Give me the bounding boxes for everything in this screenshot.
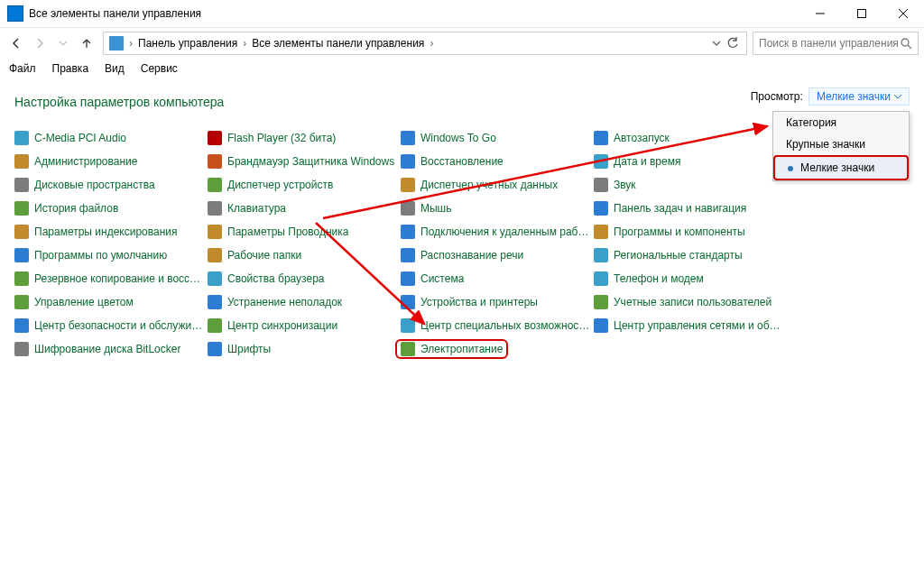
- cp-item-label[interactable]: Клавиатура: [227, 202, 286, 215]
- cp-item-c28[interactable]: Телефон и модем: [594, 270, 783, 288]
- cp-item-c16[interactable]: Панель задач и навигация: [594, 199, 783, 217]
- cp-item-label[interactable]: Диспетчер учетных данных: [420, 179, 558, 191]
- menu-file[interactable]: Файл: [9, 62, 36, 75]
- cp-item-c8[interactable]: Дата и время: [594, 152, 783, 170]
- cp-item-c14[interactable]: Клавиатура: [208, 199, 397, 217]
- cp-item-label[interactable]: Подключения к удаленным рабоч...: [420, 225, 590, 238]
- cp-item-c35[interactable]: Центр специальных возможностей: [401, 317, 590, 335]
- cp-item-c31[interactable]: Устройства и принтеры: [401, 293, 590, 311]
- cp-item-label[interactable]: Диспетчер устройств: [227, 179, 333, 191]
- forward-button[interactable]: [29, 32, 51, 54]
- cp-item-label[interactable]: Автозапуск: [614, 132, 670, 144]
- close-button[interactable]: [882, 0, 924, 27]
- up-button[interactable]: [76, 32, 97, 54]
- chevron-down-icon[interactable]: [712, 39, 721, 48]
- cp-item-label[interactable]: Шифрование диска BitLocker: [34, 343, 180, 355]
- address-bar[interactable]: › Панель управления › Все элементы панел…: [103, 32, 747, 55]
- cp-item-label[interactable]: Брандмауэр Защитника Windows: [227, 155, 394, 168]
- cp-item-c32[interactable]: Учетные записи пользователей: [594, 293, 783, 311]
- cp-item-label[interactable]: Центр безопасности и обслуживан...: [34, 319, 204, 332]
- cp-item-label[interactable]: Параметры Проводника: [227, 225, 348, 238]
- chevron-right-icon[interactable]: ›: [428, 37, 435, 50]
- cp-item-c20[interactable]: Программы и компоненты: [594, 223, 783, 241]
- cp-item-label[interactable]: Резервное копирование и восстан...: [34, 272, 204, 285]
- cp-item-c10[interactable]: Диспетчер устройств: [208, 176, 397, 194]
- cp-item-c9[interactable]: Дисковые пространства: [14, 176, 204, 194]
- cp-item-c6[interactable]: Брандмауэр Защитника Windows: [208, 152, 397, 170]
- cp-item-c26[interactable]: Свойства браузера: [208, 270, 397, 288]
- search-input[interactable]: Поиск в панели управления: [753, 32, 919, 55]
- cp-item-c18[interactable]: Параметры Проводника: [208, 223, 397, 241]
- cp-item-label[interactable]: Устройства и принтеры: [420, 296, 538, 308]
- cp-item-label[interactable]: Учетные записи пользователей: [614, 296, 772, 308]
- dropdown-item-small[interactable]: Мелкие значки: [773, 155, 909, 180]
- cp-item-label[interactable]: Центр управления сетями и общи...: [614, 319, 783, 332]
- cp-item-c25[interactable]: Резервное копирование и восстан...: [14, 270, 204, 288]
- menu-edit[interactable]: Правка: [52, 62, 89, 75]
- back-button[interactable]: [5, 32, 27, 54]
- recent-dropdown[interactable]: [52, 32, 74, 54]
- breadcrumb-root[interactable]: Панель управления: [134, 37, 241, 50]
- cp-item-label[interactable]: Свойства браузера: [227, 272, 325, 285]
- cp-item-c24[interactable]: Региональные стандарты: [594, 246, 783, 264]
- cp-item-label[interactable]: Управление цветом: [34, 296, 134, 308]
- cp-item-c5[interactable]: Администрирование: [14, 152, 204, 170]
- cp-item-label[interactable]: Администрирование: [34, 155, 137, 168]
- cp-item-label[interactable]: Телефон и модем: [614, 272, 704, 285]
- cp-item-c27[interactable]: Система: [401, 270, 590, 288]
- search-icon[interactable]: [901, 38, 912, 50]
- cp-item-label[interactable]: Параметры индексирования: [34, 225, 177, 238]
- cp-item-label[interactable]: Звук: [614, 179, 636, 191]
- cp-item-c7[interactable]: Восстановление: [401, 152, 590, 170]
- cp-item-c3[interactable]: Windows To Go: [401, 129, 590, 147]
- cp-item-label[interactable]: Региональные стандарты: [614, 249, 743, 262]
- cp-item-c34[interactable]: Центр синхронизации: [208, 317, 397, 335]
- breadcrumb-current[interactable]: Все элементы панели управления: [248, 37, 428, 50]
- cp-item-c17[interactable]: Параметры индексирования: [14, 223, 204, 241]
- view-mode-dropdown[interactable]: Мелкие значки: [808, 87, 910, 106]
- cp-item-label[interactable]: C-Media PCI Audio: [34, 132, 126, 144]
- dropdown-item-category[interactable]: Категория: [773, 112, 909, 133]
- minimize-button[interactable]: [799, 0, 841, 27]
- cp-item-c15[interactable]: Мышь: [401, 199, 590, 217]
- cp-item-label[interactable]: Рабочие папки: [227, 249, 301, 262]
- cp-item-label[interactable]: Система: [420, 272, 464, 285]
- maximize-button[interactable]: [841, 0, 882, 27]
- cp-item-c21[interactable]: Программы по умолчанию: [14, 246, 204, 264]
- cp-item-c39[interactable]: Электропитание: [401, 340, 590, 358]
- cp-item-label[interactable]: Дата и время: [614, 155, 680, 168]
- cp-item-label[interactable]: Мышь: [420, 202, 452, 215]
- cp-item-label[interactable]: Центр специальных возможностей: [420, 319, 590, 332]
- cp-item-c29[interactable]: Управление цветом: [14, 293, 204, 311]
- dropdown-item-large[interactable]: Крупные значки: [773, 133, 909, 155]
- cp-item-label[interactable]: Программы и компоненты: [614, 225, 745, 238]
- cp-item-c1[interactable]: C-Media PCI Audio: [14, 129, 204, 147]
- cp-item-c36[interactable]: Центр управления сетями и общи...: [594, 317, 783, 335]
- cp-item-c22[interactable]: Рабочие папки: [208, 246, 397, 264]
- cp-item-c33[interactable]: Центр безопасности и обслуживан...: [14, 317, 204, 335]
- cp-item-c23[interactable]: Распознавание речи: [401, 246, 590, 264]
- cp-item-label[interactable]: Программы по умолчанию: [34, 249, 167, 262]
- chevron-right-icon[interactable]: ›: [241, 37, 248, 50]
- cp-item-c12[interactable]: Звук: [594, 176, 783, 194]
- menu-service[interactable]: Сервис: [141, 62, 178, 75]
- cp-item-c19[interactable]: Подключения к удаленным рабоч...: [401, 223, 590, 241]
- cp-item-c13[interactable]: История файлов: [14, 199, 204, 217]
- refresh-icon[interactable]: [726, 37, 739, 50]
- cp-item-label[interactable]: Устранение неполадок: [227, 296, 342, 308]
- cp-item-c2[interactable]: Flash Player (32 бита): [208, 129, 397, 147]
- chevron-right-icon[interactable]: ›: [127, 37, 134, 50]
- cp-item-label[interactable]: Дисковые пространства: [34, 179, 155, 191]
- cp-item-label[interactable]: История файлов: [34, 202, 118, 215]
- cp-item-label[interactable]: Центр синхронизации: [227, 319, 337, 332]
- cp-item-label[interactable]: Flash Player (32 бита): [227, 132, 336, 144]
- cp-item-c4[interactable]: Автозапуск: [594, 129, 783, 147]
- menu-view[interactable]: Вид: [105, 62, 125, 75]
- cp-item-label[interactable]: Восстановление: [420, 155, 504, 168]
- cp-item-label[interactable]: Панель задач и навигация: [614, 202, 746, 215]
- cp-item-c38[interactable]: Шрифты: [208, 340, 397, 358]
- cp-item-c11[interactable]: Диспетчер учетных данных: [401, 176, 590, 194]
- cp-item-label[interactable]: Windows To Go: [420, 132, 496, 144]
- cp-item-c37[interactable]: Шифрование диска BitLocker: [14, 340, 204, 358]
- cp-item-label[interactable]: Электропитание: [420, 343, 503, 355]
